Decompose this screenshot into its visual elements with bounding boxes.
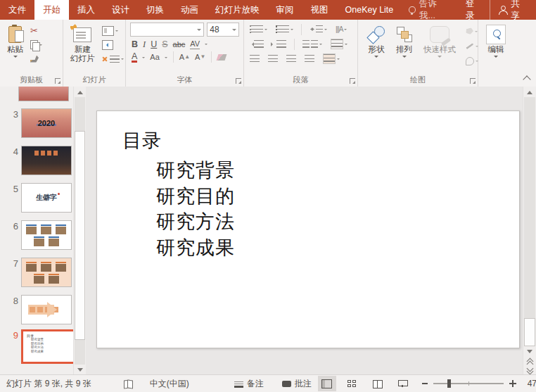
slide-3-thumbnail[interactable]: 2020	[21, 108, 72, 138]
copy-button[interactable]	[29, 39, 44, 51]
zoom-slider[interactable]	[433, 383, 504, 384]
shape-effects-button[interactable]	[464, 55, 480, 67]
align-right-icon	[286, 55, 296, 63]
slideshow-button[interactable]	[394, 376, 412, 391]
line-spacing-button[interactable]	[308, 23, 328, 35]
clipboard-dialog-launcher[interactable]	[55, 78, 60, 84]
clear-formatting-button[interactable]	[217, 54, 227, 61]
scroll-up-button[interactable]	[75, 87, 85, 97]
columns-button[interactable]	[301, 38, 324, 50]
slide-9-thumbnail-selected[interactable]: 目录 研究背景 研究目的 研究方法 研究成果	[21, 329, 78, 364]
align-left-button[interactable]	[248, 53, 261, 65]
slide-editor[interactable]: 目录 研究背景 研究目的 研究方法 研究成果	[96, 110, 520, 348]
scrollbar-thumb[interactable]	[524, 318, 535, 346]
format-painter-button[interactable]	[29, 53, 44, 65]
change-case-button[interactable]: Aa	[150, 52, 159, 62]
strikethrough-button[interactable]: abc	[173, 39, 186, 49]
reading-view-button[interactable]	[369, 376, 387, 391]
font-color-button[interactable]: A	[132, 52, 137, 63]
arrange-button[interactable]: 排列	[393, 23, 415, 73]
reset-slide-button[interactable]	[101, 39, 125, 51]
slide-6-thumbnail[interactable]	[21, 220, 72, 250]
scroll-down-button[interactable]	[75, 365, 85, 375]
quick-styles-button[interactable]: 快速样式	[421, 23, 459, 73]
text-shadow-button[interactable]: S	[162, 39, 167, 49]
character-spacing-button[interactable]: AV	[190, 39, 200, 49]
tell-me-button[interactable]: 告诉我...	[402, 0, 458, 20]
tab-transitions[interactable]: 切换	[138, 0, 172, 20]
new-slide-button[interactable]: 新建 幻灯片	[68, 23, 98, 73]
align-center-button[interactable]	[267, 53, 279, 65]
editing-button[interactable]: 编辑	[483, 23, 509, 73]
align-right-button[interactable]	[285, 53, 298, 65]
tab-insert[interactable]: 插入	[69, 0, 103, 20]
list-item[interactable]: 研究成果	[156, 235, 235, 261]
collapse-ribbon-button[interactable]	[523, 75, 530, 83]
slide-7-thumbnail[interactable]	[21, 258, 72, 287]
notes-button[interactable]: 备注	[228, 375, 270, 392]
scroll-up-button[interactable]	[525, 87, 535, 97]
justify-button[interactable]	[303, 53, 316, 65]
sign-in-button[interactable]: 登录	[459, 0, 490, 20]
comments-button[interactable]: 批注	[276, 375, 318, 392]
paragraph-dialog-launcher[interactable]	[350, 78, 355, 84]
tab-home[interactable]: 开始	[34, 0, 69, 20]
section-button[interactable]	[101, 53, 125, 65]
tab-slideshow[interactable]: 幻灯片放映	[207, 0, 268, 20]
tab-onekey-lite[interactable]: OneKey Lite	[337, 0, 402, 20]
language-indicator[interactable]: 中文(中国)	[143, 375, 196, 392]
normal-view-button[interactable]	[318, 376, 336, 391]
slide-5-thumbnail[interactable]: 生僻字	[21, 183, 72, 213]
zoom-level[interactable]: 47%	[523, 379, 536, 388]
paste-button[interactable]: 粘贴	[4, 23, 26, 73]
slide-title[interactable]: 目录	[122, 128, 162, 153]
tab-review[interactable]: 审阅	[268, 0, 302, 20]
font-name-combobox[interactable]	[130, 23, 204, 37]
tab-view[interactable]: 视图	[302, 0, 337, 20]
cut-button[interactable]: ✂	[29, 25, 44, 37]
slide-2-thumbnail[interactable]	[18, 87, 69, 101]
align-text-button[interactable]	[329, 38, 349, 50]
shapes-button[interactable]: 形状	[365, 23, 388, 73]
numbering-button[interactable]	[274, 23, 295, 35]
shrink-font-button[interactable]: A▼	[195, 52, 205, 62]
slide-4-thumbnail[interactable]	[21, 146, 72, 175]
text-direction-button[interactable]: |||A	[334, 23, 348, 35]
grow-font-button[interactable]: A▲	[179, 52, 190, 62]
drawing-dialog-launcher[interactable]	[470, 78, 476, 84]
bullets-button[interactable]	[248, 23, 269, 35]
shape-fill-button[interactable]	[464, 25, 480, 37]
list-item[interactable]: 研究方法	[156, 209, 235, 235]
italic-button[interactable]: I	[143, 39, 146, 49]
share-button[interactable]: 共享	[490, 0, 536, 20]
slide-8-thumbnail[interactable]	[21, 295, 72, 324]
font-size-combobox[interactable]: 48	[207, 23, 239, 37]
slide-body-list[interactable]: 研究背景 研究目的 研究方法 研究成果	[156, 158, 235, 260]
slide-sorter-view-button[interactable]	[343, 376, 362, 391]
tab-design[interactable]: 设计	[103, 0, 138, 20]
slide-number: 4	[4, 146, 21, 157]
spellcheck-button[interactable]	[117, 375, 139, 392]
underline-button[interactable]: U	[151, 39, 157, 49]
bold-button[interactable]: B	[132, 39, 138, 49]
scroll-down-button[interactable]	[525, 346, 535, 357]
font-dialog-launcher[interactable]	[236, 78, 241, 84]
vertical-scrollbar[interactable]	[523, 87, 536, 375]
normal-view-icon	[321, 379, 332, 388]
list-item[interactable]: 研究背景	[156, 158, 235, 184]
decrease-indent-button[interactable]	[248, 38, 265, 50]
zoom-slider-thumb[interactable]	[447, 379, 451, 388]
thumbnail-slide-2-partial[interactable]	[18, 87, 69, 101]
thumbnail-scrollbar[interactable]	[73, 87, 86, 375]
list-item[interactable]: 研究目的	[156, 184, 235, 210]
shape-outline-button[interactable]	[464, 40, 480, 52]
increase-indent-button[interactable]	[271, 38, 288, 50]
zoom-out-button[interactable]	[422, 383, 428, 384]
slide-layout-button[interactable]	[101, 25, 125, 37]
scrollbar-thumb[interactable]	[75, 131, 85, 340]
tab-file[interactable]: 文件	[0, 0, 34, 20]
tab-animations[interactable]: 动画	[172, 0, 207, 20]
copy-icon	[30, 40, 38, 49]
zoom-in-button[interactable]	[509, 380, 516, 387]
convert-smartart-button[interactable]	[321, 53, 341, 65]
